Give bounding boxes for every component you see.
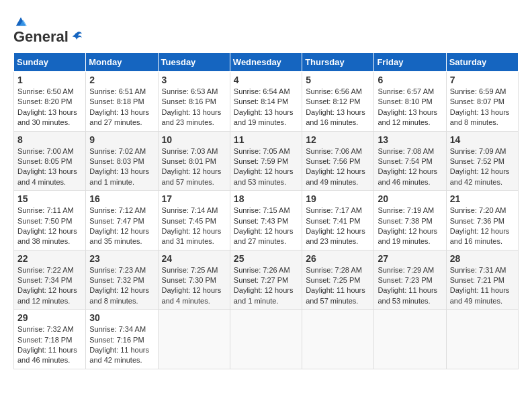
day-info: Sunrise: 7:08 AMSunset: 7:54 PMDaylight:… [378, 147, 437, 186]
header-day-tuesday: Tuesday [158, 53, 230, 72]
day-info: Sunrise: 7:06 AMSunset: 7:56 PMDaylight:… [306, 147, 365, 186]
day-number: 24 [162, 253, 226, 264]
calendar-cell: 28Sunrise: 7:31 AMSunset: 7:21 PMDayligh… [446, 250, 518, 310]
day-number: 29 [17, 312, 82, 323]
calendar-cell: 8Sunrise: 7:00 AMSunset: 8:05 PMDaylight… [14, 131, 86, 191]
day-number: 25 [234, 253, 298, 264]
day-number: 10 [162, 134, 226, 145]
day-info: Sunrise: 7:22 AMSunset: 7:34 PMDaylight:… [17, 266, 77, 305]
day-number: 22 [17, 253, 82, 264]
calendar-cell: 30Sunrise: 7:34 AMSunset: 7:16 PMDayligh… [86, 310, 158, 369]
logo-general-bottom: General [13, 28, 69, 46]
day-number: 2 [89, 75, 154, 85]
day-number: 4 [234, 75, 298, 85]
day-number: 11 [234, 134, 298, 145]
calendar-cell [446, 310, 518, 369]
calendar-cell: 29Sunrise: 7:32 AMSunset: 7:18 PMDayligh… [14, 310, 86, 369]
day-info: Sunrise: 7:19 AMSunset: 7:38 PMDaylight:… [378, 206, 437, 245]
day-number: 26 [306, 253, 370, 264]
day-info: Sunrise: 6:50 AMSunset: 8:20 PMDaylight:… [17, 87, 77, 126]
day-number: 8 [17, 134, 82, 145]
calendar-table: SundayMondayTuesdayWednesdayThursdayFrid… [13, 52, 519, 369]
day-number: 5 [306, 75, 370, 85]
calendar-cell: 27Sunrise: 7:29 AMSunset: 7:23 PMDayligh… [374, 250, 446, 310]
day-info: Sunrise: 7:25 AMSunset: 7:30 PMDaylight:… [162, 266, 222, 305]
day-info: Sunrise: 7:02 AMSunset: 8:03 PMDaylight:… [89, 147, 149, 186]
calendar-cell: 21Sunrise: 7:20 AMSunset: 7:36 PMDayligh… [446, 191, 518, 250]
calendar-cell: 5Sunrise: 6:56 AMSunset: 8:12 PMDaylight… [302, 72, 374, 132]
week-row-3: 15Sunrise: 7:11 AMSunset: 7:50 PMDayligh… [14, 191, 519, 250]
week-row-5: 29Sunrise: 7:32 AMSunset: 7:18 PMDayligh… [14, 310, 519, 369]
calendar-cell: 6Sunrise: 6:57 AMSunset: 8:10 PMDaylight… [374, 72, 446, 132]
calendar-cell: 22Sunrise: 7:22 AMSunset: 7:34 PMDayligh… [14, 250, 86, 310]
calendar-cell: 17Sunrise: 7:14 AMSunset: 7:45 PMDayligh… [158, 191, 230, 250]
day-info: Sunrise: 7:14 AMSunset: 7:45 PMDaylight:… [162, 206, 222, 245]
calendar-cell: 26Sunrise: 7:28 AMSunset: 7:25 PMDayligh… [302, 250, 374, 310]
day-info: Sunrise: 7:23 AMSunset: 7:32 PMDaylight:… [89, 266, 149, 305]
day-info: Sunrise: 7:17 AMSunset: 7:41 PMDaylight:… [306, 206, 365, 245]
day-number: 6 [378, 75, 442, 85]
day-number: 9 [89, 134, 154, 145]
day-number: 1 [17, 75, 82, 85]
calendar-cell: 7Sunrise: 6:59 AMSunset: 8:07 PMDaylight… [446, 72, 518, 132]
day-info: Sunrise: 7:31 AMSunset: 7:21 PMDaylight:… [450, 266, 510, 305]
header-row: SundayMondayTuesdayWednesdayThursdayFrid… [14, 53, 519, 72]
day-number: 17 [162, 193, 226, 204]
day-info: Sunrise: 7:20 AMSunset: 7:36 PMDaylight:… [450, 206, 510, 245]
day-number: 19 [306, 193, 370, 204]
day-number: 16 [89, 193, 154, 204]
calendar-cell: 3Sunrise: 6:53 AMSunset: 8:16 PMDaylight… [158, 72, 230, 132]
calendar-cell [302, 310, 374, 369]
day-info: Sunrise: 7:12 AMSunset: 7:47 PMDaylight:… [89, 206, 149, 245]
day-info: Sunrise: 7:32 AMSunset: 7:18 PMDaylight:… [17, 325, 77, 364]
day-info: Sunrise: 7:34 AMSunset: 7:16 PMDaylight:… [89, 325, 149, 364]
day-info: Sunrise: 6:51 AMSunset: 8:18 PMDaylight:… [89, 87, 149, 126]
logo-bird-icon [70, 30, 83, 44]
day-info: Sunrise: 7:11 AMSunset: 7:50 PMDaylight:… [17, 206, 77, 245]
calendar-cell: 11Sunrise: 7:05 AMSunset: 7:59 PMDayligh… [230, 131, 302, 191]
calendar-cell: 19Sunrise: 7:17 AMSunset: 7:41 PMDayligh… [302, 191, 374, 250]
calendar-cell: 9Sunrise: 7:02 AMSunset: 8:03 PMDaylight… [86, 131, 158, 191]
day-info: Sunrise: 7:09 AMSunset: 7:52 PMDaylight:… [450, 147, 510, 186]
logo: General [13, 13, 85, 46]
calendar-cell: 2Sunrise: 6:51 AMSunset: 8:18 PMDaylight… [86, 72, 158, 132]
day-number: 13 [378, 134, 442, 145]
week-row-1: 1Sunrise: 6:50 AMSunset: 8:20 PMDaylight… [14, 72, 519, 132]
week-row-4: 22Sunrise: 7:22 AMSunset: 7:34 PMDayligh… [14, 250, 519, 310]
header-day-friday: Friday [374, 53, 446, 72]
calendar-cell: 4Sunrise: 6:54 AMSunset: 8:14 PMDaylight… [230, 72, 302, 132]
page-header: General [13, 13, 519, 46]
calendar-cell [374, 310, 446, 369]
day-number: 21 [450, 193, 515, 204]
day-number: 27 [378, 253, 442, 264]
day-info: Sunrise: 7:03 AMSunset: 8:01 PMDaylight:… [162, 147, 222, 186]
calendar-cell: 12Sunrise: 7:06 AMSunset: 7:56 PMDayligh… [302, 131, 374, 191]
calendar-cell: 23Sunrise: 7:23 AMSunset: 7:32 PMDayligh… [86, 250, 158, 310]
calendar-cell: 1Sunrise: 6:50 AMSunset: 8:20 PMDaylight… [14, 72, 86, 132]
calendar-cell [158, 310, 230, 369]
day-number: 30 [89, 312, 154, 323]
header-day-saturday: Saturday [446, 53, 518, 72]
day-info: Sunrise: 7:29 AMSunset: 7:23 PMDaylight:… [378, 266, 437, 305]
day-info: Sunrise: 6:53 AMSunset: 8:16 PMDaylight:… [162, 87, 222, 126]
calendar-body: 1Sunrise: 6:50 AMSunset: 8:20 PMDaylight… [14, 72, 519, 369]
day-number: 18 [234, 193, 298, 204]
day-info: Sunrise: 6:59 AMSunset: 8:07 PMDaylight:… [450, 87, 510, 126]
calendar-header: SundayMondayTuesdayWednesdayThursdayFrid… [14, 53, 519, 72]
day-number: 12 [306, 134, 370, 145]
day-info: Sunrise: 7:15 AMSunset: 7:43 PMDaylight:… [234, 206, 294, 245]
day-info: Sunrise: 6:54 AMSunset: 8:14 PMDaylight:… [234, 87, 294, 126]
calendar-cell: 16Sunrise: 7:12 AMSunset: 7:47 PMDayligh… [86, 191, 158, 250]
calendar-cell [230, 310, 302, 369]
day-number: 14 [450, 134, 515, 145]
calendar-cell: 25Sunrise: 7:26 AMSunset: 7:27 PMDayligh… [230, 250, 302, 310]
logo-icon [15, 16, 27, 28]
week-row-2: 8Sunrise: 7:00 AMSunset: 8:05 PMDaylight… [14, 131, 519, 191]
day-info: Sunrise: 6:56 AMSunset: 8:12 PMDaylight:… [306, 87, 365, 126]
calendar-cell: 13Sunrise: 7:08 AMSunset: 7:54 PMDayligh… [374, 131, 446, 191]
day-number: 23 [89, 253, 154, 264]
day-info: Sunrise: 7:28 AMSunset: 7:25 PMDaylight:… [306, 266, 365, 305]
day-info: Sunrise: 7:05 AMSunset: 7:59 PMDaylight:… [234, 147, 294, 186]
day-number: 28 [450, 253, 515, 264]
day-number: 3 [162, 75, 226, 85]
